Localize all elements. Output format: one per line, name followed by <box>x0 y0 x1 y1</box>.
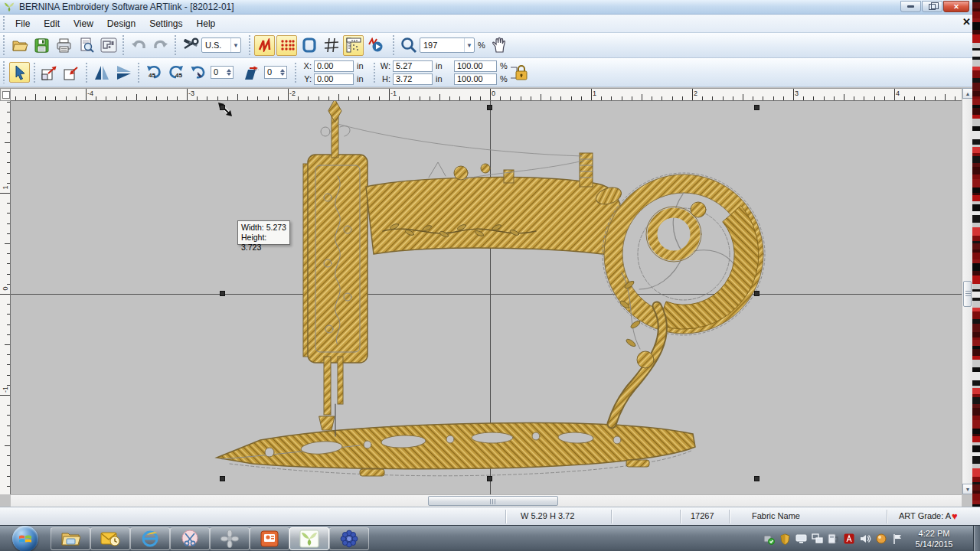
show-stitches-toggle[interactable] <box>254 35 275 56</box>
palette-color-swatch[interactable] <box>972 468 980 477</box>
tray-device-status-icon[interactable] <box>763 533 775 545</box>
show-desktop-button[interactable] <box>973 526 980 551</box>
show-needle-points-toggle[interactable] <box>276 35 297 56</box>
show-grid-toggle[interactable] <box>321 35 341 56</box>
palette-color-swatch[interactable] <box>972 43 980 48</box>
palette-color-swatch[interactable] <box>972 236 980 241</box>
taskbar-internet-explorer-button[interactable] <box>130 527 170 550</box>
ruler-corner[interactable] <box>0 88 11 101</box>
palette-color-swatch[interactable] <box>972 332 980 337</box>
zoom-tool-button[interactable] <box>398 35 419 56</box>
palette-color-swatch[interactable] <box>972 284 980 289</box>
palette-color-swatch[interactable] <box>972 388 980 394</box>
palette-color-swatch[interactable] <box>972 22 980 30</box>
tray-volume-icon[interactable] <box>859 533 871 545</box>
palette-color-swatch[interactable] <box>972 11 980 18</box>
tray-network-icon[interactable] <box>811 533 823 545</box>
aspect-lock-toggle[interactable] <box>511 63 529 83</box>
menu-settings[interactable]: Settings <box>142 16 189 31</box>
palette-color-swatch[interactable] <box>972 477 980 482</box>
select-tool-button[interactable] <box>9 62 30 83</box>
palette-color-swatch[interactable] <box>972 324 980 332</box>
vertical-scrollbar[interactable]: ▲ ▼ <box>962 88 972 494</box>
height-percent-input[interactable]: 100.00 <box>454 73 497 85</box>
color-palette-strip[interactable] <box>972 0 980 525</box>
scroll-down-button[interactable]: ▼ <box>962 484 973 494</box>
selection-handle[interactable] <box>220 476 225 481</box>
palette-color-swatch[interactable] <box>972 276 980 284</box>
menu-help[interactable]: Help <box>190 16 223 31</box>
rotate-angle-input[interactable]: 0 <box>211 66 234 79</box>
skew-button[interactable] <box>241 62 262 83</box>
tray-removable-media-icon[interactable] <box>827 533 839 545</box>
palette-color-swatch[interactable] <box>972 187 980 193</box>
palette-color-swatch[interactable] <box>972 83 980 91</box>
mirror-vertical-button[interactable] <box>113 62 134 83</box>
palette-color-swatch[interactable] <box>972 70 980 78</box>
print-preview-button[interactable] <box>76 35 96 56</box>
palette-color-swatch[interactable] <box>972 408 980 416</box>
stitch-player-button[interactable] <box>365 35 386 56</box>
palette-color-swatch[interactable] <box>972 429 980 434</box>
horizontal-scrollbar-thumb[interactable] <box>428 496 558 506</box>
selection-handle[interactable] <box>754 476 760 481</box>
palette-color-swatch[interactable] <box>972 156 980 163</box>
redo-button[interactable] <box>150 35 171 56</box>
rotate-cw-45-button[interactable]: 45 <box>165 62 186 83</box>
palette-color-swatch[interactable] <box>972 215 980 223</box>
selection-handle[interactable] <box>220 105 225 110</box>
palette-color-swatch[interactable] <box>972 397 980 404</box>
scale-up-button[interactable] <box>39 62 60 83</box>
tray-action-center-flag-icon[interactable] <box>891 533 903 545</box>
x-input[interactable]: 0.00 <box>314 60 354 72</box>
title-bar[interactable]: BERNINA Embroidery Software ARTlink - [8… <box>0 0 980 15</box>
selection-handle[interactable] <box>487 476 492 481</box>
palette-color-swatch[interactable] <box>972 484 980 491</box>
start-button[interactable] <box>9 526 41 551</box>
palette-color-swatch[interactable] <box>972 51 980 57</box>
close-button[interactable]: ✕ <box>943 1 969 12</box>
embroidery-design-sewing-machine[interactable] <box>11 101 962 494</box>
palette-color-swatch[interactable] <box>972 349 980 356</box>
selection-handle[interactable] <box>220 291 225 296</box>
write-to-machine-button[interactable] <box>98 35 119 56</box>
mirror-horizontal-button[interactable] <box>91 62 112 83</box>
document-close-icon[interactable]: ✕ <box>962 17 971 28</box>
palette-color-swatch[interactable] <box>972 34 980 43</box>
rotate-by-angle-button[interactable] <box>188 62 208 83</box>
minimize-button[interactable] <box>900 1 921 12</box>
show-hoop-toggle[interactable] <box>299 35 319 56</box>
menu-drag-grip[interactable] <box>2 16 6 30</box>
taskbar-powerpoint-button[interactable] <box>250 527 289 550</box>
skew-angle-input[interactable]: 0 <box>264 66 287 79</box>
taskbar-clock[interactable]: 4:22 PM 5/14/2015 <box>910 528 959 549</box>
palette-color-swatch[interactable] <box>972 494 980 500</box>
palette-color-swatch[interactable] <box>972 147 980 153</box>
show-rulers-guides-toggle[interactable] <box>343 35 364 56</box>
palette-color-swatch[interactable] <box>972 380 980 386</box>
tray-adobe-icon[interactable] <box>843 533 855 545</box>
palette-color-swatch[interactable] <box>972 227 980 236</box>
restore-button[interactable] <box>922 1 942 12</box>
palette-color-swatch[interactable] <box>972 195 980 201</box>
width-percent-input[interactable]: 100.00 <box>454 60 497 72</box>
palette-color-swatch[interactable] <box>972 119 980 126</box>
palette-color-swatch[interactable] <box>972 301 980 308</box>
palette-color-swatch[interactable] <box>972 108 980 115</box>
design-canvas[interactable]: Width: 5.273 Height: 3.723 <box>11 101 962 494</box>
selection-handle[interactable] <box>754 291 760 296</box>
palette-color-swatch[interactable] <box>972 204 980 211</box>
palette-color-swatch[interactable] <box>972 2 980 8</box>
palette-color-swatch[interactable] <box>972 139 980 145</box>
scale-down-button[interactable] <box>61 62 82 83</box>
palette-color-swatch[interactable] <box>972 243 980 249</box>
palette-color-swatch[interactable] <box>972 340 980 346</box>
toolbar-drag-grip[interactable] <box>2 61 6 84</box>
taskbar-gray-flower-button[interactable] <box>210 527 250 550</box>
palette-color-swatch[interactable] <box>972 179 980 187</box>
settings-tools-button[interactable] <box>180 35 201 56</box>
palette-color-swatch[interactable] <box>972 311 980 319</box>
selection-handle[interactable] <box>754 105 760 110</box>
tray-updater-icon[interactable] <box>875 533 887 545</box>
palette-color-swatch[interactable] <box>972 131 980 139</box>
